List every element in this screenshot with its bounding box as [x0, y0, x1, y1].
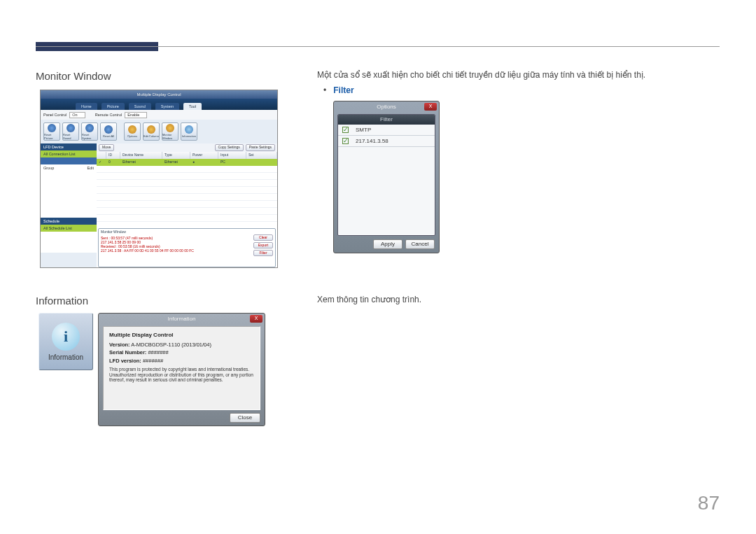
info-version-label: Version: [109, 342, 130, 348]
info-dialog-close-x[interactable]: X [250, 315, 262, 323]
filter-row-label: SMTP [356, 127, 371, 133]
remote-control-dropdown[interactable]: Enable [125, 112, 147, 118]
app-sidebar: LFD Device All Connection List Group Edi… [41, 143, 97, 268]
options-close-button[interactable]: X [424, 103, 437, 111]
btn-paste-settings[interactable]: Paste Settings [246, 144, 275, 151]
bullet: • [323, 85, 326, 95]
filter-row-smtp[interactable]: SMTP [338, 125, 435, 136]
options-cancel-button[interactable]: Cancel [405, 239, 435, 249]
info-close-button[interactable]: Close [230, 413, 260, 423]
filter-row-label: 217.141.3.58 [356, 138, 388, 144]
app-titlebar: Multiple Display Control [41, 90, 277, 99]
monitor-window-heading: Monitor Window [36, 70, 111, 82]
monitor-clear-button[interactable]: Clear [253, 234, 273, 241]
info-serial-value: ####### [148, 349, 168, 356]
tool-reset-sound[interactable]: Reset Sound [62, 122, 79, 141]
remote-control-label: Remote Control [95, 113, 122, 117]
information-heading: Information [36, 295, 88, 307]
side-group-edit[interactable]: Edit [88, 166, 94, 170]
header-rule [36, 46, 720, 47]
tool-options[interactable]: Options [124, 122, 141, 141]
device-table-row[interactable]: ✓ 0 Ethernet Ethernet ● PC [97, 159, 277, 166]
monitor-window-description: Một cửa sổ sẽ xuất hiện cho biết chi tiế… [317, 70, 645, 80]
information-icon-button[interactable]: i Information [38, 313, 93, 370]
info-dialog-title: Information X [99, 314, 265, 325]
app-tool-ribbon: Reset Picture Reset Sound Reset System R… [41, 120, 277, 143]
side-schedule-header: Schedule [41, 218, 97, 225]
info-serial-label: Serial Number: [109, 349, 146, 356]
tool-information[interactable]: Information [181, 122, 197, 141]
info-icon-label: Information [48, 353, 83, 361]
tab-sound[interactable]: Sound [129, 103, 151, 110]
filter-row-ip[interactable]: 217.141.3.58 [338, 136, 435, 147]
options-filter-tab[interactable]: Filter [338, 115, 435, 125]
info-lfd-label: LFD version: [109, 358, 141, 364]
monitor-filter-button[interactable]: Filter [253, 250, 273, 256]
information-dialog: Information X Multiple Display Control V… [98, 313, 265, 426]
info-lfd-value: ####### [143, 358, 163, 364]
information-description: Xem thông tin chương trình. [317, 295, 421, 304]
side-lfd-header: LFD Device [41, 143, 97, 150]
filter-bullet-line: • Filter [323, 85, 354, 95]
filter-label: Filter [333, 85, 354, 95]
app-main-area: Move Copy Settings Paste Settings ID Dev… [97, 143, 277, 268]
empty-table-rows [97, 166, 277, 227]
side-group[interactable]: Group Edit [41, 164, 97, 171]
side-all-connection[interactable]: All Connection List [41, 150, 97, 157]
page-number: 87 [698, 492, 720, 514]
options-dialog-title: Options X [334, 101, 439, 113]
info-app-name: Multiple Display Control [109, 331, 254, 339]
info-version-value: A-MDCBGDSP-1110 (2013/01/04) [131, 342, 211, 348]
monitor-export-button[interactable]: Export [253, 242, 273, 248]
side-all-schedule[interactable]: All Schedule List [41, 225, 97, 232]
main-toolbar: Move Copy Settings Paste Settings [97, 143, 277, 152]
options-dialog: Options X Filter SMTP 217.141.3.58 Apply… [333, 101, 440, 253]
options-apply-button[interactable]: Apply [373, 239, 402, 249]
tab-picture[interactable]: Picture [102, 103, 125, 110]
tool-reset-system[interactable]: Reset System [81, 122, 98, 141]
checkbox-icon[interactable] [342, 138, 349, 144]
tool-monitor-window[interactable]: Monitor Window [162, 122, 178, 141]
tool-edit-column[interactable]: Edit Column [143, 122, 160, 141]
tool-reset-all[interactable]: Reset All [100, 122, 117, 141]
app-control-row: Panel Control On Remote Control Enable [41, 110, 277, 120]
checkbox-icon[interactable] [342, 127, 349, 133]
btn-copy-settings[interactable]: Copy Settings [215, 144, 244, 151]
panel-control-dropdown[interactable]: On [69, 112, 85, 118]
device-table-header: ID Device Name Type Power Input Set [97, 152, 277, 159]
btn-move[interactable]: Move [99, 144, 114, 151]
monitor-window-pane: Monitor Window Sent : 00:53:57 (47 milli… [98, 228, 276, 267]
side-selected[interactable] [41, 157, 97, 164]
tool-reset-picture[interactable]: Reset Picture [43, 122, 60, 141]
monitor-pane-label: Monitor Window [101, 230, 126, 234]
panel-control-label: Panel Control [43, 113, 66, 117]
tab-home[interactable]: Home [76, 103, 97, 110]
monitor-log-line4: 217.141.3.58 : AA FF 00 0D 41 00 55 04 F… [101, 248, 273, 253]
mdc-app-screenshot: Multiple Display Control Home Picture So… [40, 90, 278, 268]
tab-system[interactable]: System [155, 103, 179, 110]
info-icon: i [52, 323, 80, 351]
info-dialog-body: Multiple Display Control Version: A-MDCB… [103, 326, 260, 410]
tab-tool[interactable]: Tool [183, 103, 202, 110]
info-legal-text: This program is protected by copyright l… [109, 367, 254, 383]
app-tab-strip: Home Picture Sound System Tool [41, 99, 277, 110]
